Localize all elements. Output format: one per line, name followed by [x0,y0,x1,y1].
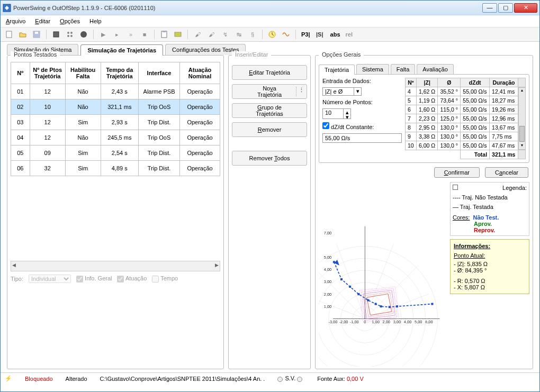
s-icon[interactable]: |S| [314,29,326,40]
horizontal-scrollbar[interactable] [11,261,220,271]
minimize-button[interactable]: — [482,3,497,13]
remover-button[interactable]: Remover [232,122,307,137]
svg-rect-59 [375,303,377,305]
svg-text:4,00: 4,00 [404,320,411,324]
svg-point-8 [70,35,73,37]
table-row[interactable]: 0112Não2,43 sAlarme PSBOperação [11,84,220,99]
config-icon[interactable] [65,29,75,40]
save-icon[interactable] [31,29,42,40]
svg-text:-2,00: -2,00 [339,320,348,324]
subtab-sistema[interactable]: Sistema [356,64,389,74]
status-lightning-icon[interactable]: ⚡ [5,375,12,382]
menu-opcoes[interactable]: Opções [60,18,80,24]
card-icon[interactable] [173,29,183,40]
svg-point-7 [67,35,69,37]
menu-help[interactable]: Help [89,18,102,24]
grupo-trajetorias-button[interactable]: Grupo deTrajetórias [232,103,307,118]
pontos-testados-title: Pontos Testados [11,51,60,58]
clipboard-icon[interactable] [159,29,169,40]
opcoes-gerais-panel: Opções Gerais Trajetória Sistema Falta A… [315,55,533,369]
svg-point-6 [70,32,73,34]
nova-trajetoria-button[interactable]: NovaTrajetória [232,84,307,99]
svg-text:7,00: 7,00 [324,231,331,235]
impedance-plot[interactable]: -3,00-2,00-1,00 01,002,00 3,004,005,006,… [319,182,447,367]
num-pontos-input[interactable]: 10 [322,108,344,119]
trajetoria-data-table[interactable]: Nº |Z| Ø dZdt Duração 41,62 Ω35,52 °55,0… [405,78,526,159]
confirmar-button[interactable]: Confirmar [434,167,480,178]
table-row[interactable]: 0210Não321,1 msTrip OoSOperação [11,99,220,115]
p3-icon[interactable]: P3| [300,29,311,40]
tipo-select: Individual [29,275,71,283]
svg-text:-3,00: -3,00 [328,320,337,324]
svg-rect-57 [357,293,359,295]
svg-rect-1 [6,31,12,38]
svg-text:-1,00: -1,00 [350,320,359,324]
table-row[interactable]: 82,95 Ω130,0 °55,00 Ω/s13,67 ms [406,123,526,132]
table-row[interactable]: 93,38 Ω130,0 °55,00 Ω/s7,75 ms [406,132,526,141]
svg-point-20 [319,246,438,367]
subtab-avaliacao[interactable]: Avaliação [417,64,454,74]
svg-text:1,00: 1,00 [372,320,379,324]
fast-icon[interactable]: » [125,29,136,40]
svg-text:1,00: 1,00 [324,304,331,309]
chip-icon[interactable] [51,29,61,40]
tool-a: 🖌 [192,29,203,40]
rel-icon[interactable]: rel [345,29,354,40]
stop-icon[interactable]: ■ [139,29,150,40]
opcoes-gerais-title: Opções Gerais [319,51,364,58]
abs-icon[interactable]: abs [329,29,341,40]
svg-rect-12 [175,32,181,37]
pontos-testados-panel: Pontos Testados Nº Nº de Ptos Trajetória… [7,55,224,369]
new-icon[interactable] [4,29,14,40]
subtab-falta[interactable]: Falta [391,64,415,74]
subtab-trajetoria[interactable]: Trajetória [319,65,355,75]
pontos-table[interactable]: Nº Nº de Ptos Trajetória Habilitou Falta… [11,62,220,176]
dzdt-value-input[interactable]: 55,00 Ω/s [322,133,402,143]
cancelar-button[interactable]: Cancelar [485,167,528,178]
table-row[interactable]: 41,62 Ω35,52 °55,00 Ω/s12,41 ms [406,87,526,96]
close-button[interactable]: ✕ [514,3,537,13]
play-icon[interactable]: ▶ [98,29,109,40]
step-icon[interactable]: ▸ [112,29,122,40]
tool-c: ↯ [220,29,230,40]
menu-editar[interactable]: Editar [35,18,50,24]
inserir-editar-panel: Inserir/Editar Editar Trajetória NovaTra… [228,55,311,369]
status-path: C:\Gustavo\Conprove\Artigos\SNPTEE 2011\… [100,376,265,382]
table-row[interactable]: 0412Não245,5 msTrip OoSOperação [11,130,220,145]
svg-rect-63 [431,303,433,305]
table-row[interactable]: 0312Sim2,93 sTrip Dist.Operação [11,115,220,130]
svg-rect-62 [396,305,398,307]
svg-point-19 [319,258,426,367]
table-vertical-scrollbar[interactable]: ▴ ▾ [518,87,526,150]
table-row[interactable]: 51,19 Ω73,64 °55,00 Ω/s18,27 ms [406,96,526,105]
open-icon[interactable] [17,29,28,40]
sphere-icon[interactable] [78,29,89,40]
editar-trajetoria-button[interactable]: Editar Trajetória [232,65,307,80]
status-bloqueado: Bloqueado [25,376,53,382]
entrada-dados-select[interactable]: |Z| e Ø [322,87,354,96]
entrada-dados-label: Entrada de Dados: [322,78,402,84]
svg-point-5 [67,32,69,34]
tab-sim-traj[interactable]: Simulação de Trajetórias [80,44,163,56]
svg-rect-54 [333,261,335,263]
table-row[interactable]: 106,00 Ω130,0 °55,00 Ω/s47,67 ms [406,141,526,150]
wave-icon[interactable] [281,29,291,40]
table-row[interactable]: 61,60 Ω115,0 °55,00 Ω/s19,26 ms [406,105,526,114]
maximize-button[interactable]: ▢ [498,3,513,13]
status-alterado: Alterado [66,376,87,382]
table-row[interactable]: 72,23 Ω125,0 °55,00 Ω/s12,96 ms [406,114,526,123]
tool-e: § [247,29,258,40]
table-row[interactable]: 0509Sim2,54 sTrip Dist.Operação [11,145,220,161]
svg-text:6,00: 6,00 [425,320,433,324]
num-pontos-label: Número de Pontos: [322,99,402,105]
svg-rect-61 [389,306,391,308]
svg-text:5,00: 5,00 [415,320,422,324]
table-row[interactable]: 0632Sim4,89 sTrip Dist.Operação [11,161,220,176]
clock-icon[interactable] [267,29,277,40]
svg-point-18 [319,270,413,367]
menu-arquivo[interactable]: Arquivo [6,18,25,24]
svg-rect-11 [163,31,166,32]
info-box: Informações: Ponto Atual: - |Z|: 5,835 Ω… [450,239,529,294]
remover-todos-button[interactable]: Remover Todos [232,151,307,166]
svg-rect-58 [367,299,369,302]
